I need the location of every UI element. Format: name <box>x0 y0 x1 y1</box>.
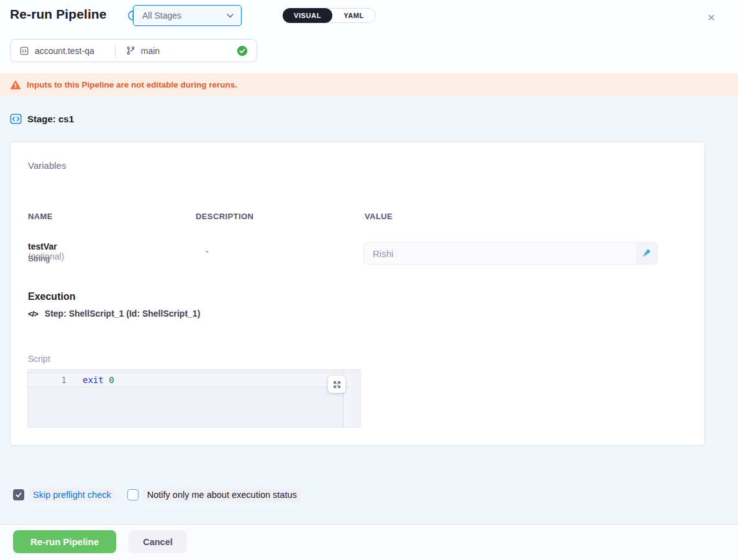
expand-icon <box>333 381 341 389</box>
expand-editor-button[interactable] <box>328 376 345 393</box>
step-heading: </> Step: ShellScript_1 (Id: ShellScript… <box>28 309 200 318</box>
branch-name[interactable]: main <box>141 46 160 56</box>
tab-visual[interactable]: VISUAL <box>283 8 332 23</box>
success-check-icon <box>237 45 248 56</box>
variable-type: String <box>28 254 50 263</box>
tab-yaml[interactable]: YAML <box>332 12 375 19</box>
code-line: 1 exit 0 <box>28 373 352 387</box>
stage-heading: Stage: cs1 <box>10 113 74 125</box>
pipeline-context-bar: account.test-qa main <box>10 39 257 62</box>
skip-preflight-label[interactable]: Skip preflight check <box>29 487 116 502</box>
check-icon <box>15 491 22 499</box>
variable-value-input[interactable] <box>364 243 636 264</box>
stage-selector-dropdown[interactable]: All Stages <box>133 5 242 26</box>
divider <box>115 45 116 57</box>
stage-form-card: Variables NAME DESCRIPTION VALUE testVar… <box>10 142 705 446</box>
warning-banner: Inputs to this Pipeline are not editable… <box>0 73 738 96</box>
git-branch-icon <box>126 46 135 55</box>
cancel-button[interactable]: Cancel <box>129 530 187 553</box>
variable-description: - <box>206 246 209 256</box>
stage-title: Stage: cs1 <box>27 114 74 124</box>
execution-section-title: Execution <box>28 291 75 302</box>
variable-value-field-wrap <box>363 242 658 264</box>
visual-yaml-toggle: VISUAL YAML <box>283 8 376 23</box>
notify-me-checkbox[interactable] <box>127 489 139 500</box>
skip-preflight-option[interactable]: Skip preflight check <box>13 487 116 502</box>
column-header-name: NAME <box>28 212 53 221</box>
notify-me-label[interactable]: Notify only me about execution status <box>143 487 301 502</box>
script-code-editor[interactable]: 1 exit 0 <box>27 369 361 428</box>
close-icon[interactable]: × <box>708 11 715 24</box>
line-number: 1 <box>28 375 66 385</box>
chevron-down-icon <box>227 14 234 18</box>
script-field-label: Script <box>28 354 50 364</box>
modal-header: Re-run Pipeline All Stages VISUAL YAML ×… <box>0 0 738 73</box>
custom-stage-icon <box>10 113 22 125</box>
column-header-description: DESCRIPTION <box>196 212 253 221</box>
modal-footer: Re-run Pipeline Cancel <box>0 524 738 560</box>
column-header-value: VALUE <box>365 212 393 221</box>
code-step-icon: </> <box>28 309 38 318</box>
page-title: Re-run Pipeline <box>10 7 107 22</box>
repository-name[interactable]: account.test-qa <box>35 46 94 56</box>
pin-button[interactable] <box>636 243 657 264</box>
variable-name: testVar <box>28 242 57 251</box>
code-text: exit 0 <box>83 375 114 385</box>
rerun-pipeline-button[interactable]: Re-run Pipeline <box>13 530 116 553</box>
skip-preflight-checkbox[interactable] <box>13 489 24 500</box>
step-title: Step: ShellScript_1 (Id: ShellScript_1) <box>45 309 201 318</box>
repository-icon <box>19 46 29 56</box>
stage-selector-value: All Stages <box>142 11 227 20</box>
code-argument: 0 <box>109 375 114 385</box>
variables-section-title: Variables <box>28 160 66 171</box>
code-keyword: exit <box>83 375 104 385</box>
warning-text: Inputs to this Pipeline are not editable… <box>27 80 237 89</box>
notify-me-option[interactable]: Notify only me about execution status <box>127 487 301 502</box>
execution-options: Skip preflight check Notify only me abou… <box>13 487 301 502</box>
pin-icon <box>642 248 652 258</box>
warning-triangle-icon <box>10 80 21 90</box>
